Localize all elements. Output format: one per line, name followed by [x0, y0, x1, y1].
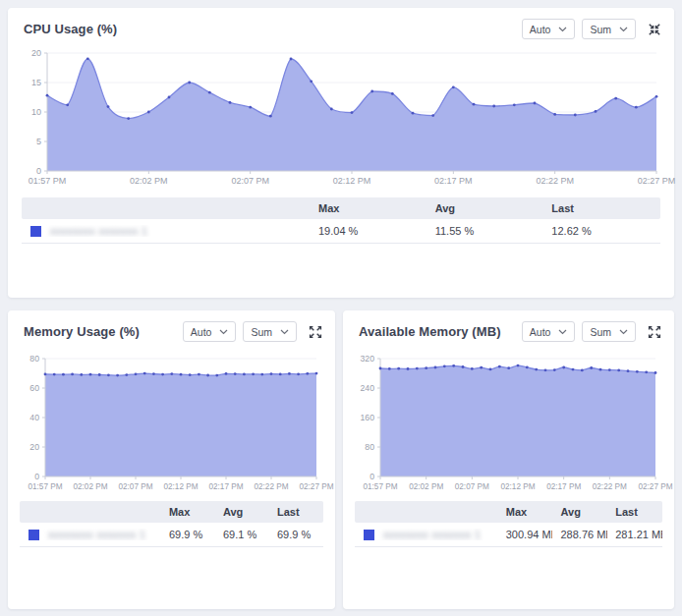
- svg-text:02:22 PM: 02:22 PM: [593, 482, 627, 491]
- panel-controls: Auto Sum: [183, 321, 322, 342]
- legend-col-avg: Avg: [427, 202, 544, 214]
- expand-icon: [648, 325, 661, 339]
- svg-text:60: 60: [29, 383, 39, 393]
- series-avg-value: 69.1 %: [215, 529, 269, 540]
- select-value: Auto: [191, 326, 212, 338]
- svg-text:5: 5: [36, 137, 41, 146]
- svg-text:20: 20: [29, 442, 39, 452]
- svg-text:20: 20: [31, 48, 41, 58]
- time-interval-select[interactable]: Auto: [522, 19, 576, 39]
- time-interval-select[interactable]: Auto: [183, 321, 237, 342]
- select-value: Sum: [590, 326, 611, 338]
- legend-row[interactable]: xxxxxxxx xxxxxxx 1 19.04 % 11.55 % 12.62…: [22, 219, 660, 244]
- legend-col-max: Max: [498, 506, 553, 518]
- memory-usage-panel: Memory Usage (%) Auto Sum: [8, 310, 335, 609]
- legend-col-last: Last: [269, 506, 323, 518]
- svg-text:02:12 PM: 02:12 PM: [333, 176, 371, 186]
- series-last-value: 69.9 %: [269, 529, 323, 540]
- aggregation-select[interactable]: Sum: [582, 321, 636, 342]
- aggregation-select[interactable]: Sum: [243, 321, 297, 342]
- panel-header: Available Memory (MB) Auto Sum: [343, 310, 674, 342]
- svg-text:02:12 PM: 02:12 PM: [163, 482, 198, 491]
- expand-icon: [309, 325, 322, 339]
- series-color-swatch: [30, 226, 41, 237]
- svg-text:02:22 PM: 02:22 PM: [536, 176, 574, 186]
- series-color-swatch: [28, 530, 39, 540]
- series-max-value: 69.9 %: [161, 529, 215, 540]
- svg-text:02:27 PM: 02:27 PM: [638, 176, 676, 186]
- svg-text:0: 0: [36, 166, 41, 176]
- legend-header: Max Avg Last: [355, 501, 662, 523]
- panel-header: Memory Usage (%) Auto Sum: [8, 310, 335, 342]
- aggregation-select[interactable]: Sum: [582, 19, 636, 39]
- svg-text:0: 0: [34, 472, 39, 481]
- legend-table: Max Avg Last xxxxxxxx xxxxxxx 1 19.04 % …: [22, 197, 660, 244]
- series-avg-value: 11.55 %: [427, 225, 544, 237]
- svg-text:02:07 PM: 02:07 PM: [118, 482, 152, 491]
- select-value: Auto: [530, 326, 551, 338]
- svg-text:02:02 PM: 02:02 PM: [409, 482, 443, 491]
- svg-text:40: 40: [29, 413, 39, 422]
- monitoring-dashboard: CPU Usage (%) Auto Sum: [0, 0, 682, 616]
- series-color-swatch: [364, 530, 374, 540]
- chevron-down-icon: [619, 27, 628, 32]
- svg-text:02:12 PM: 02:12 PM: [500, 482, 535, 491]
- svg-text:0: 0: [369, 472, 374, 481]
- series-max-value: 300.94 MB: [498, 529, 553, 540]
- chevron-down-icon: [558, 329, 567, 335]
- legend-row[interactable]: xxxxxxxx xxxxxxx 1 69.9 % 69.1 % 69.9 %: [20, 523, 323, 547]
- series-name-blurred: xxxxxxxx xxxxxxx 1: [48, 529, 145, 540]
- svg-text:80: 80: [29, 354, 39, 364]
- series-avg-value: 288.76 MB: [552, 529, 607, 540]
- svg-text:80: 80: [365, 442, 374, 452]
- series-last-value: 281.21 MB: [607, 529, 662, 540]
- available-memory-panel: Available Memory (MB) Auto Sum: [343, 310, 674, 609]
- chevron-down-icon: [280, 329, 289, 335]
- legend-col-max: Max: [161, 506, 215, 518]
- legend-header: Max Avg Last: [22, 197, 660, 219]
- legend-table: Max Avg Last xxxxxxxx xxxxxxx 1 300.94 M…: [355, 501, 662, 547]
- expand-button[interactable]: [648, 325, 661, 339]
- svg-text:01:57 PM: 01:57 PM: [363, 482, 397, 491]
- legend-table: Max Avg Last xxxxxxxx xxxxxxx 1 69.9 % 6…: [20, 501, 323, 547]
- svg-text:02:07 PM: 02:07 PM: [455, 482, 489, 491]
- collapse-button[interactable]: [648, 23, 661, 36]
- panel-title: Available Memory (MB): [359, 324, 501, 339]
- svg-text:10: 10: [31, 107, 41, 117]
- series-name-blurred: xxxxxxxx xxxxxxx 1: [383, 529, 481, 540]
- panel-controls: Auto Sum: [522, 321, 661, 342]
- available-memory-chart[interactable]: 08016024032001:57 PM02:02 PM02:07 PM02:1…: [355, 351, 662, 494]
- time-interval-select[interactable]: Auto: [522, 321, 576, 342]
- chevron-down-icon: [619, 329, 628, 335]
- memory-usage-chart[interactable]: 02040608001:57 PM02:02 PM02:07 PM02:12 P…: [20, 351, 323, 494]
- legend-col-last: Last: [607, 506, 662, 518]
- expand-button[interactable]: [309, 325, 322, 339]
- svg-text:240: 240: [361, 383, 375, 393]
- legend-row[interactable]: xxxxxxxx xxxxxxx 1 300.94 MB 288.76 MB 2…: [355, 523, 662, 547]
- cpu-usage-chart[interactable]: 0510152001:57 PM02:02 PM02:07 PM02:12 PM…: [18, 45, 664, 189]
- svg-text:02:17 PM: 02:17 PM: [546, 482, 581, 491]
- select-value: Sum: [590, 24, 611, 35]
- series-max-value: 19.04 %: [311, 225, 427, 237]
- panel-header: CPU Usage (%) Auto Sum: [8, 8, 674, 39]
- svg-text:02:17 PM: 02:17 PM: [208, 482, 243, 491]
- collapse-icon: [648, 23, 661, 36]
- svg-text:01:57 PM: 01:57 PM: [28, 176, 67, 186]
- legend-col-avg: Avg: [552, 506, 607, 518]
- chevron-down-icon: [219, 329, 228, 335]
- svg-text:02:17 PM: 02:17 PM: [434, 176, 473, 186]
- series-last-value: 12.62 %: [543, 225, 660, 237]
- svg-text:02:02 PM: 02:02 PM: [130, 176, 168, 186]
- svg-text:15: 15: [31, 78, 41, 87]
- svg-text:02:27 PM: 02:27 PM: [638, 482, 672, 491]
- select-value: Auto: [530, 24, 551, 35]
- panel-title: CPU Usage (%): [24, 22, 117, 36]
- legend-header: Max Avg Last: [20, 501, 323, 523]
- cpu-usage-panel: CPU Usage (%) Auto Sum: [8, 8, 674, 298]
- series-name-blurred: xxxxxxxx xxxxxxx 1: [50, 225, 147, 237]
- legend-col-max: Max: [311, 202, 427, 214]
- svg-text:01:57 PM: 01:57 PM: [28, 482, 62, 491]
- panel-title: Memory Usage (%): [24, 324, 140, 339]
- legend-col-last: Last: [543, 202, 660, 214]
- svg-text:320: 320: [361, 354, 375, 364]
